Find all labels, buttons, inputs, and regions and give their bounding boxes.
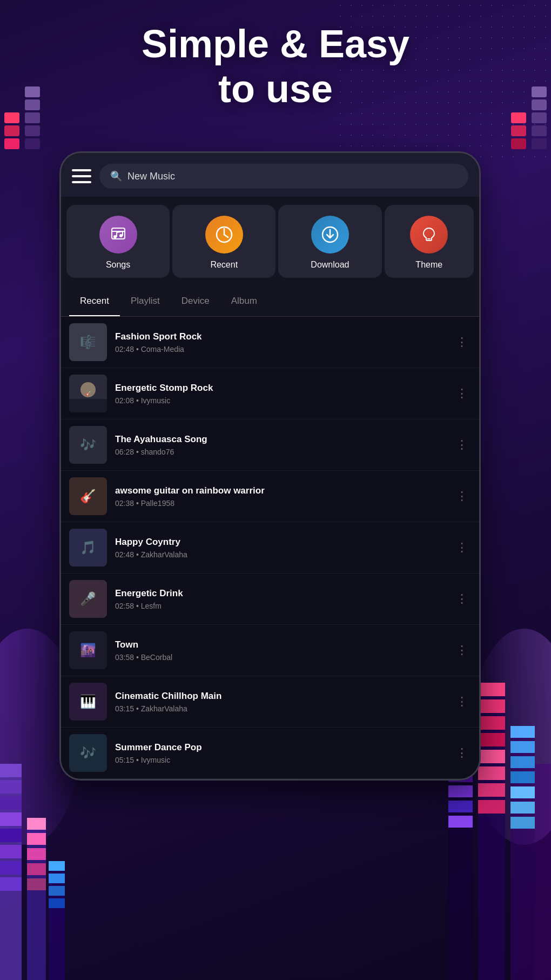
svg-rect-40 — [510, 741, 535, 753]
song-thumb-1: 🎸 — [69, 375, 107, 412]
svg-rect-35 — [478, 766, 505, 780]
svg-rect-44 — [510, 802, 535, 814]
theme-icon — [419, 225, 439, 244]
more-button-5[interactable]: ⋮ — [453, 589, 471, 609]
song-meta-6: 03:58 • BeCorbal — [115, 653, 445, 662]
song-title-2: The Ayahuasca Song — [115, 434, 445, 445]
song-meta-1: 02:08 • Ivymusic — [115, 396, 445, 405]
svg-rect-41 — [510, 756, 535, 768]
svg-rect-32 — [478, 716, 505, 730]
headline-line2: to use — [0, 66, 551, 111]
svg-rect-17 — [49, 874, 65, 883]
song-meta-5: 02:58 • Lesfm — [115, 602, 445, 610]
svg-rect-18 — [49, 886, 65, 896]
song-title-6: Town — [115, 639, 445, 650]
song-item-7[interactable]: 🎹 Cinematic Chillhop Main 03:15 • Zakhar… — [61, 676, 479, 728]
svg-rect-30 — [478, 683, 505, 696]
category-theme[interactable]: Theme — [385, 205, 474, 278]
phone-mockup: 🔍 New Music Songs — [59, 151, 481, 781]
svg-rect-33 — [478, 733, 505, 746]
recent-icon-circle — [205, 216, 243, 254]
more-button-3[interactable]: ⋮ — [453, 486, 471, 506]
song-item-6[interactable]: 🌆 Town 03:58 • BeCorbal ⋮ — [61, 625, 479, 676]
song-item-1[interactable]: 🎸 Energetic Stomp Rock 02:08 • Ivymusic … — [61, 368, 479, 419]
svg-point-50 — [119, 234, 123, 237]
song-title-1: Energetic Stomp Rock — [115, 383, 445, 394]
svg-rect-19 — [49, 898, 65, 908]
tab-recent[interactable]: Recent — [69, 286, 120, 316]
svg-rect-39 — [510, 726, 535, 738]
song-meta-0: 02:48 • Coma-Media — [115, 345, 445, 354]
tab-album[interactable]: Album — [220, 286, 268, 316]
song-thumb-5: 🎤 — [69, 580, 107, 618]
search-input-value: New Music — [127, 171, 175, 182]
songs-icon-circle — [99, 216, 137, 254]
song-info-3: awsome guitar on rainbow warrior 02:38 •… — [115, 485, 445, 508]
song-info-6: Town 03:58 • BeCorbal — [115, 639, 445, 662]
category-recent[interactable]: Recent — [172, 205, 276, 278]
svg-rect-16 — [49, 861, 65, 871]
song-item-8[interactable]: 🎶 Summer Dance Pop 05:15 • Ivymusic ⋮ — [61, 728, 479, 779]
svg-rect-6 — [0, 845, 22, 858]
svg-rect-11 — [27, 833, 46, 845]
menu-line-2 — [72, 175, 91, 177]
svg-rect-3 — [0, 796, 22, 810]
songs-icon — [109, 225, 128, 244]
download-icon-circle — [311, 216, 349, 254]
song-thumb-2: 🎶 — [69, 426, 107, 464]
svg-rect-31 — [478, 699, 505, 713]
svg-rect-7 — [0, 861, 22, 875]
tab-device[interactable]: Device — [171, 286, 220, 316]
svg-rect-13 — [27, 863, 46, 875]
song-info-4: Happy Coyntry 02:48 • ZakharValaha — [115, 537, 445, 559]
app-headline: Simple & Easy to use — [0, 22, 551, 111]
theme-icon-circle — [410, 216, 448, 254]
eq-bar-col-1 — [4, 112, 19, 149]
song-item-3[interactable]: 🎸 awsome guitar on rainbow warrior 02:38… — [61, 471, 479, 522]
song-title-4: Happy Coyntry — [115, 537, 445, 548]
menu-button[interactable] — [72, 169, 91, 183]
svg-rect-37 — [478, 800, 505, 814]
song-thumb-8: 🎶 — [69, 734, 107, 772]
song-meta-3: 02:38 • Palle1958 — [115, 499, 445, 508]
tabs-row: Recent Playlist Device Album — [61, 286, 479, 317]
song-item-0[interactable]: 🎼 Fashion Sport Rock 02:48 • Coma-Media … — [61, 317, 479, 368]
song-item-5[interactable]: 🎤 Energetic Drink 02:58 • Lesfm ⋮ — [61, 574, 479, 625]
svg-rect-34 — [478, 750, 505, 763]
recent-label: Recent — [210, 260, 238, 270]
song-info-2: The Ayahuasca Song 06:28 • shando76 — [115, 434, 445, 456]
song-title-3: awsome guitar on rainbow warrior — [115, 485, 445, 496]
more-button-7[interactable]: ⋮ — [453, 692, 471, 711]
song-meta-4: 02:48 • ZakharValaha — [115, 550, 445, 559]
svg-rect-12 — [27, 848, 46, 860]
svg-rect-45 — [510, 817, 535, 829]
svg-line-53 — [224, 235, 228, 237]
more-button-0[interactable]: ⋮ — [453, 332, 471, 352]
category-songs[interactable]: Songs — [66, 205, 170, 278]
tab-playlist[interactable]: Playlist — [120, 286, 171, 316]
svg-rect-43 — [510, 786, 535, 798]
more-button-8[interactable]: ⋮ — [453, 743, 471, 763]
song-title-7: Cinematic Chillhop Main — [115, 691, 445, 702]
svg-rect-1 — [0, 764, 22, 777]
svg-rect-46 — [535, 764, 551, 980]
song-thumb-3: 🎸 — [69, 477, 107, 515]
song-info-7: Cinematic Chillhop Main 03:15 • ZakharVa… — [115, 691, 445, 713]
song-item-2[interactable]: 🎶 The Ayahuasca Song 06:28 • shando76 ⋮ — [61, 419, 479, 471]
more-button-4[interactable]: ⋮ — [453, 538, 471, 557]
song-thumb-6: 🌆 — [69, 631, 107, 669]
more-button-1[interactable]: ⋮ — [453, 384, 471, 403]
search-bar[interactable]: 🔍 New Music — [99, 164, 468, 189]
eq-bar-right-1 — [511, 112, 526, 149]
song-title-5: Energetic Drink — [115, 588, 445, 599]
song-item-4[interactable]: 🎵 Happy Coyntry 02:48 • ZakharValaha ⋮ — [61, 522, 479, 574]
category-download[interactable]: Download — [278, 205, 381, 278]
more-button-2[interactable]: ⋮ — [453, 435, 471, 455]
search-icon: 🔍 — [110, 170, 122, 182]
recent-icon — [214, 224, 234, 245]
more-button-6[interactable]: ⋮ — [453, 641, 471, 660]
svg-rect-8 — [0, 877, 22, 891]
svg-rect-4 — [0, 812, 22, 826]
svg-rect-42 — [510, 771, 535, 783]
song-info-0: Fashion Sport Rock 02:48 • Coma-Media — [115, 331, 445, 354]
